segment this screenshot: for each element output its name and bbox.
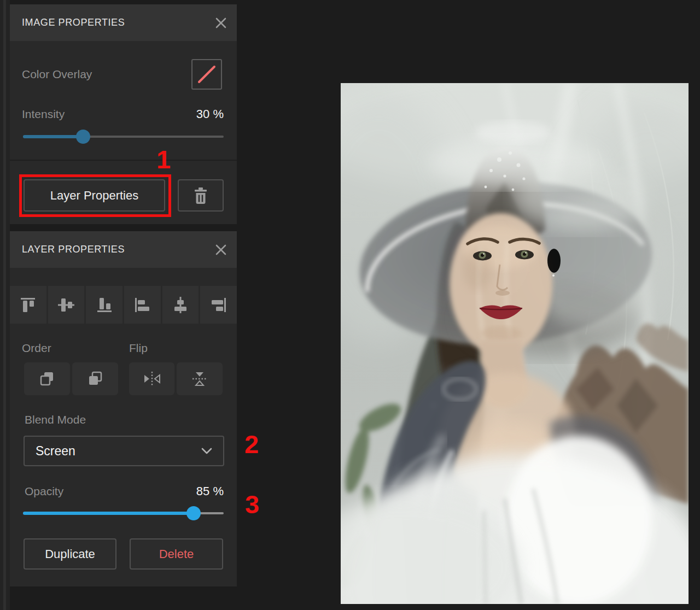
intensity-label: Intensity [22,108,65,121]
align-middle-button[interactable] [48,286,85,324]
color-overlay-label: Color Overlay [22,68,92,81]
layer-properties-panel: LAYER PROPERTIES [10,231,237,586]
align-left-icon [132,295,152,315]
no-color-icon [192,60,221,89]
align-middle-icon [56,295,76,315]
layer-properties-header: LAYER PROPERTIES [10,231,237,268]
layer-properties-button[interactable]: Layer Properties [24,179,165,212]
double-exposure-portrait [341,83,689,604]
slider-fill [23,135,83,138]
align-right-button[interactable] [200,286,237,324]
align-bottom-icon [95,295,114,315]
annotation-step3: 3 [245,491,259,517]
flip-vertical-button[interactable] [177,362,223,395]
duplicate-button[interactable]: Duplicate [24,538,116,570]
flip-horizontal-button[interactable] [129,362,174,395]
blend-mode-dropdown[interactable]: Screen [24,436,224,466]
slider-fill [23,512,194,515]
delete-layer-button[interactable] [178,179,224,212]
align-top-icon [18,295,38,315]
panel-title: LAYER PROPERTIES [22,244,125,255]
app-window: IMAGE PROPERTIES Color Overlay Intensity… [0,0,700,610]
delete-button[interactable]: Delete [130,538,223,570]
collapsed-toolbar-rail [0,0,10,610]
blend-mode-value: Screen [36,444,201,459]
slider-knob[interactable] [186,506,201,520]
align-top-button[interactable] [10,286,46,324]
rail-divider [3,0,6,610]
send-backward-button[interactable] [72,362,118,395]
color-overlay-swatch-button[interactable] [191,59,222,90]
align-bottom-button[interactable] [86,286,122,324]
flip-label: Flip [129,342,148,355]
align-left-button[interactable] [124,286,161,324]
alignment-toolbar [10,286,237,324]
image-properties-panel: IMAGE PROPERTIES Color Overlay Intensity… [10,4,237,224]
slider-knob[interactable] [76,130,90,144]
close-icon [214,16,228,30]
image-properties-header: IMAGE PROPERTIES [10,4,237,41]
align-center-icon [171,295,190,315]
chevron-down-icon [201,448,212,455]
canvas-image-layer[interactable] [341,83,689,604]
section-divider [10,160,237,161]
close-icon [214,243,228,256]
close-image-properties-button[interactable] [213,15,229,31]
align-right-icon [209,295,229,315]
send-backward-icon [84,368,106,390]
bring-forward-icon [36,368,58,390]
opacity-label: Opacity [25,485,63,498]
opacity-slider[interactable] [23,506,224,520]
panel-title: IMAGE PROPERTIES [22,17,125,28]
intensity-value: 30 % [196,107,224,121]
flip-horizontal-icon [141,368,163,390]
trash-icon [193,187,208,204]
blend-mode-label: Blend Mode [25,413,86,426]
close-layer-properties-button[interactable] [213,242,229,258]
annotation-step2: 2 [244,431,259,457]
order-label: Order [22,342,51,355]
flip-vertical-icon [189,368,211,390]
intensity-slider[interactable] [23,130,224,144]
align-center-button[interactable] [162,286,199,324]
opacity-value: 85 % [196,484,224,498]
bring-forward-button[interactable] [24,362,70,395]
